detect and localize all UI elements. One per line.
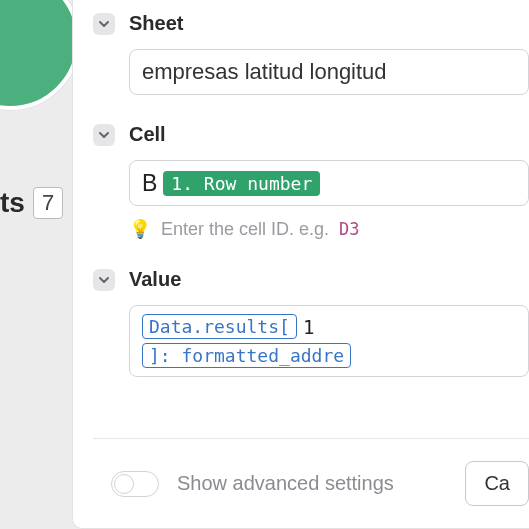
- value-input[interactable]: Data.results[ 1 ]: formatted_addre: [129, 305, 529, 377]
- background-content-fragment: ts 7: [0, 187, 63, 219]
- advanced-settings-toggle[interactable]: [111, 471, 159, 497]
- panel-footer: Show advanced settings Ca: [93, 438, 529, 528]
- lightbulb-icon: 💡: [129, 218, 151, 240]
- cell-prefix-text: B: [142, 170, 157, 197]
- hint-text: Enter the cell ID. e.g.: [161, 219, 329, 240]
- field-value: Value Data.results[ 1 ]: formatted_addre: [93, 268, 529, 377]
- sheet-value: empresas latitud longitud: [142, 59, 387, 85]
- required-indicator[interactable]: [93, 269, 115, 291]
- expression-token-data-results[interactable]: Data.results[: [142, 314, 297, 339]
- cell-input[interactable]: B 1. Row number: [129, 160, 529, 206]
- required-indicator[interactable]: [93, 13, 115, 35]
- hint-example: D3: [339, 219, 359, 239]
- chevron-down-icon: [98, 274, 110, 286]
- config-panel: Sheet empresas latitud longitud Cell B 1…: [72, 0, 529, 529]
- fragment-text: ts: [0, 187, 25, 219]
- required-indicator[interactable]: [93, 124, 115, 146]
- field-cell: Cell B 1. Row number 💡 Enter the cell ID…: [93, 123, 529, 240]
- cancel-button[interactable]: Ca: [465, 461, 529, 506]
- field-label-sheet: Sheet: [129, 12, 183, 35]
- field-sheet: Sheet empresas latitud longitud: [93, 12, 529, 95]
- advanced-settings-label: Show advanced settings: [177, 472, 447, 495]
- chevron-down-icon: [98, 18, 110, 30]
- chevron-down-icon: [98, 129, 110, 141]
- fragment-box: 7: [33, 187, 63, 219]
- workflow-node-circle: [0, 0, 80, 110]
- expression-index: 1: [301, 316, 316, 338]
- variable-pill-row-number[interactable]: 1. Row number: [163, 171, 320, 196]
- field-header: Sheet: [93, 12, 529, 35]
- toggle-knob: [114, 474, 134, 494]
- sheet-input[interactable]: empresas latitud longitud: [129, 49, 529, 95]
- field-label-value: Value: [129, 268, 181, 291]
- field-label-cell: Cell: [129, 123, 166, 146]
- field-header: Value: [93, 268, 529, 291]
- cell-hint: 💡 Enter the cell ID. e.g. D3: [129, 218, 529, 240]
- field-header: Cell: [93, 123, 529, 146]
- expression-token-formatted-address[interactable]: ]: formatted_addre: [142, 343, 351, 368]
